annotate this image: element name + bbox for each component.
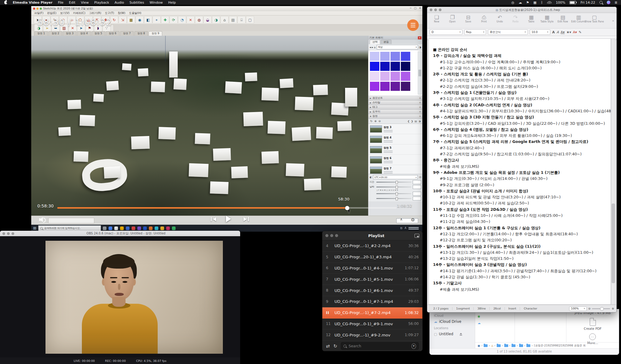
color-swatch[interactable] (370, 52, 379, 61)
zoom-icon[interactable] (335, 234, 338, 237)
folder-breadcrumb-icon[interactable] (497, 344, 501, 347)
hwp-toolbar-button[interactable]: ▦ Table (524, 14, 539, 23)
repeat-icon[interactable]: ↻ (334, 343, 337, 349)
highlight-button[interactable]: ✎ (579, 30, 582, 34)
playlist-row[interactable]: 12 UD_CG-Progr...-1)_#9-2.mov 1:09:27 (322, 329, 422, 341)
sketchup-menu-item[interactable]: 도구(T) (105, 11, 114, 15)
taskbar-app-icon[interactable] (149, 227, 153, 230)
eject-icon[interactable] (459, 333, 462, 336)
sketchup-menu-item[interactable]: 카메라(C) (73, 11, 85, 15)
section-menu-icon[interactable]: ≡ (419, 101, 421, 104)
tool-icon[interactable]: ⌂ (220, 16, 229, 24)
minimize-icon[interactable] (434, 8, 437, 11)
add-scene-icon[interactable]: ⊕ (374, 120, 377, 123)
sketchup-3d-viewport[interactable] (31, 36, 368, 216)
font-select[interactable]: 휴먼고딕⇕ (488, 29, 528, 35)
apple-menu-icon[interactable] (4, 1, 7, 4)
seek-bar[interactable] (57, 207, 397, 209)
zoom-slider[interactable] (592, 308, 610, 309)
color-swatch[interactable] (380, 72, 390, 81)
scene-tab[interactable]: 장면 2 (49, 31, 62, 36)
sidebar-item-icloud-drive[interactable]: ☁ iCloud Drive (434, 319, 475, 325)
tray-section-bar[interactable]: ▸ 태그 ≡ (368, 105, 422, 110)
dark-value-box[interactable] (413, 197, 421, 200)
taskbar-app-icon[interactable] (172, 227, 176, 230)
scene-tab[interactable]: 장면 8 (134, 31, 148, 36)
tray-section-bar[interactable]: ▸ 스타일 ≡ (368, 101, 422, 105)
light-slider[interactable] (376, 193, 411, 194)
hwp-scrollbar[interactable] (611, 38, 616, 305)
zoom-out-icon[interactable]: ⊖ (588, 307, 591, 310)
font-size-select[interactable]: 10.0⇕ (530, 29, 550, 35)
minimize-icon[interactable] (7, 232, 10, 235)
color-swatch[interactable] (380, 62, 390, 71)
zoom-in-icon[interactable]: ⊕ (612, 307, 614, 310)
folder-breadcrumb-icon[interactable] (504, 344, 508, 347)
scene-tab[interactable]: 장면 3 (63, 31, 76, 36)
sketchup-menu-item[interactable]: 편집(E) (47, 11, 56, 15)
zoom-icon[interactable] (12, 232, 14, 235)
collapse-controls-icon[interactable]: ∧ (400, 217, 403, 221)
hwp-toolbar-button[interactable]: ⎙ Print (476, 14, 492, 23)
menu-item[interactable]: View (81, 1, 89, 5)
shuffle-icon[interactable]: ⇄ (326, 343, 330, 349)
menubar-clock[interactable]: Fri 14:22 (580, 1, 595, 5)
hwp-toolbar-button[interactable]: ↷ Redo (508, 14, 523, 23)
play-button[interactable] (226, 216, 231, 222)
scene-tab[interactable]: 장면 9 (149, 31, 162, 36)
underline-button[interactable]: A▾ (561, 30, 565, 34)
scene-tab[interactable]: 장면 1 (34, 31, 48, 36)
sketchup-menu-item[interactable]: 보기(V) (60, 11, 69, 15)
color-swatch[interactable] (401, 82, 410, 91)
time-slider[interactable] (376, 182, 411, 183)
tool-icon[interactable]: ▤ (229, 16, 237, 24)
tool-icon[interactable]: ▩ (127, 16, 135, 24)
move-right-icon[interactable]: ❯ (411, 120, 413, 123)
color-swatch[interactable] (380, 52, 390, 61)
shadow-toggle-icon[interactable]: ◐ (370, 176, 372, 179)
hwp-toolbar-button[interactable]: ↶ Undo (492, 14, 507, 23)
color-swatch[interactable] (391, 72, 400, 81)
create-pdf-button[interactable]: Create PDF (584, 318, 602, 330)
menu-item[interactable]: Subtitles (129, 1, 144, 5)
move-left-icon[interactable]: ❮ (408, 120, 410, 123)
hwp-toolbar-button[interactable]: ❏ New (429, 14, 444, 23)
player-settings-icon[interactable]: ⚙ (411, 217, 415, 223)
light-value-box[interactable] (413, 192, 421, 196)
menu-item[interactable]: Playback (94, 1, 109, 5)
playlist-row[interactable]: 8 UD_CG-Progr...0-1)_#6-1.mov 49:37 (322, 285, 422, 296)
obs-status-icon[interactable]: ◎ (512, 1, 515, 5)
playlist-row[interactable]: 7 UD_CG-Progr...0-1)_#5-1.mov 1:06:06 (322, 274, 422, 285)
tool-icon[interactable]: ◔ (178, 16, 186, 24)
volume-button[interactable] (39, 217, 46, 222)
home-icon[interactable]: ⌂ (374, 46, 376, 49)
remove-scene-icon[interactable]: ⊖ (378, 120, 381, 123)
update-scene-icon[interactable]: ↻ (370, 120, 373, 123)
forward-icon[interactable]: ▸ (372, 46, 373, 49)
insert-mode-indicator[interactable]: Insert (505, 307, 520, 310)
hwp-toolbar-button[interactable]: ▥ Edit Column (571, 14, 586, 23)
scene-list-item[interactable]: 장면 4 (368, 134, 422, 144)
taskbar-app-icon[interactable] (103, 227, 106, 230)
taskbar-app-icon[interactable] (120, 227, 124, 230)
bookmark-status-icon[interactable]: ⚑ (526, 1, 529, 5)
taskbar-app-icon[interactable] (114, 227, 118, 230)
color-swatch[interactable] (370, 62, 379, 71)
section-menu-icon[interactable]: ≡ (419, 106, 421, 108)
zoom-icon[interactable] (439, 8, 441, 11)
scene-list-item[interactable]: 장면 6 (368, 155, 422, 165)
section-menu-icon[interactable]: ≡ (419, 97, 421, 99)
sketchup-menu-item[interactable]: 파일(F) (34, 11, 43, 15)
materials-tab[interactable]: 선택 (370, 40, 380, 44)
scenes-section-bar[interactable]: ▾ 장면 ≡ (368, 114, 422, 119)
taskbar-app-icon[interactable] (166, 227, 170, 230)
ime-latin-icon[interactable]: A (405, 227, 406, 230)
folder-breadcrumb-icon[interactable] (512, 344, 515, 347)
close-icon[interactable] (430, 8, 432, 11)
close-icon[interactable]: ✕ (419, 7, 421, 10)
sample-paint-icon[interactable]: ◑ (419, 46, 421, 49)
start-button-icon[interactable]: ⊞ (33, 226, 36, 230)
color-swatch[interactable] (391, 52, 400, 61)
app-name-menu[interactable]: Elmedia Video Player (13, 1, 52, 5)
filter-chevron-icon[interactable]: ▼ (411, 343, 416, 349)
